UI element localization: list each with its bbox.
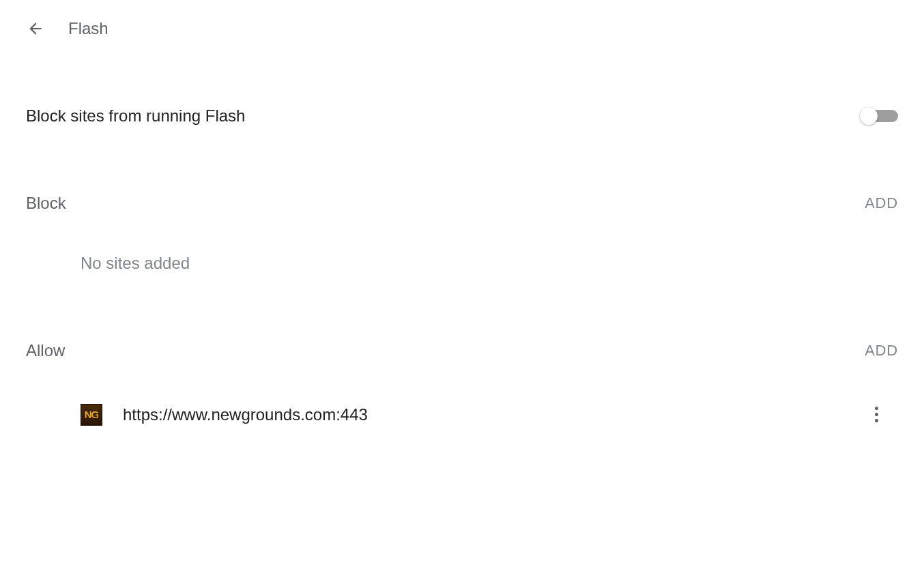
block-flash-setting-row: Block sites from running Flash [26, 106, 898, 126]
back-button[interactable] [26, 19, 45, 38]
setting-label: Block sites from running Flash [26, 106, 245, 126]
allow-section-header: Allow ADD [26, 341, 898, 360]
block-add-button[interactable]: ADD [865, 194, 898, 212]
block-section-header: Block ADD [26, 194, 898, 213]
site-favicon: NG [81, 404, 102, 426]
page-title: Flash [68, 19, 109, 38]
block-empty-text: No sites added [26, 254, 898, 273]
toggle-knob [860, 107, 878, 125]
block-flash-toggle[interactable] [863, 110, 898, 122]
site-more-button[interactable] [868, 401, 884, 428]
block-section-title: Block [26, 194, 66, 213]
favicon-text: NG [85, 409, 99, 420]
allow-add-button[interactable]: ADD [865, 342, 898, 360]
allow-section-title: Allow [26, 341, 65, 360]
arrow-left-icon [27, 20, 44, 38]
site-url: https://www.newgrounds.com:443 [123, 405, 848, 424]
page-header: Flash [26, 19, 898, 38]
allow-site-row: NG https://www.newgrounds.com:443 [26, 401, 898, 428]
